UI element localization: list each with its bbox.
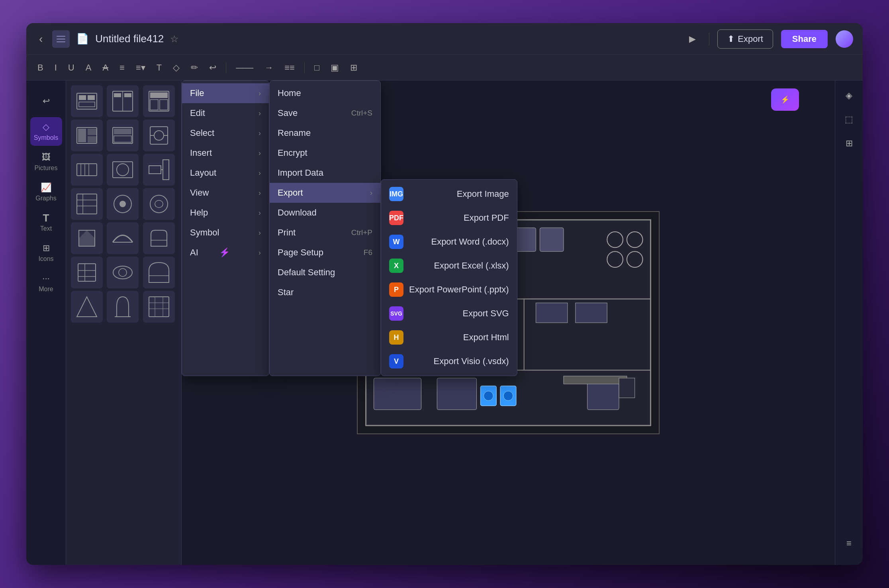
sidebar-item-undo[interactable]: ↩ bbox=[30, 87, 62, 116]
rect-shadow-button[interactable]: □ bbox=[311, 60, 323, 75]
submenu-item-save[interactable]: Save Ctrl+S bbox=[270, 103, 380, 123]
app-window: ‹ 📄 Untitled file412 ☆ ▶ ⬆ Export Share … bbox=[26, 23, 863, 565]
menu-item-symbol[interactable]: Symbol › bbox=[182, 223, 269, 243]
menu-item-select[interactable]: Select › bbox=[182, 123, 269, 143]
fill-tool-icon[interactable]: ◈ bbox=[840, 87, 858, 104]
fill-button[interactable]: ◇ bbox=[170, 60, 183, 75]
symbol-item[interactable] bbox=[71, 120, 103, 151]
align-dropdown-button[interactable]: ≡▾ bbox=[133, 60, 149, 75]
symbol-item[interactable] bbox=[107, 188, 139, 220]
svg-rect-32 bbox=[77, 194, 97, 214]
align-left-button[interactable]: ≡ bbox=[116, 60, 128, 75]
line-style-button[interactable]: —— bbox=[233, 60, 257, 75]
submenu-item-default-setting[interactable]: Default Setting bbox=[270, 263, 380, 282]
export-item-svg-label: Export SVG bbox=[463, 308, 509, 319]
symbol-item[interactable] bbox=[71, 291, 103, 323]
table-button[interactable]: ⊞ bbox=[347, 60, 360, 75]
submenu-item-import-data[interactable]: Import Data bbox=[270, 163, 380, 183]
hamburger-menu-button[interactable] bbox=[52, 30, 70, 48]
export-button[interactable]: ⬆ Export bbox=[717, 29, 773, 49]
arrow-style-button[interactable]: → bbox=[261, 60, 276, 75]
symbol-item[interactable] bbox=[71, 154, 103, 186]
symbol-item[interactable] bbox=[143, 154, 175, 186]
symbol-item[interactable] bbox=[143, 222, 175, 254]
connector-button[interactable]: ↩ bbox=[206, 60, 219, 75]
export-pdf-icon: PDF bbox=[389, 211, 403, 225]
submenu-item-encrypt[interactable]: Encrypt bbox=[270, 143, 380, 163]
export-item-excel[interactable]: X Export Excel (.xlsx) bbox=[381, 254, 517, 278]
text-tool-button[interactable]: T bbox=[153, 60, 165, 75]
menu-item-ai[interactable]: AI ⚡ › bbox=[182, 243, 269, 263]
bold-button[interactable]: B bbox=[34, 60, 47, 75]
symbol-item[interactable] bbox=[71, 222, 103, 254]
sidebar-item-text[interactable]: T Text bbox=[30, 208, 62, 237]
submenu-item-download[interactable]: Download bbox=[270, 203, 380, 223]
underline-button[interactable]: U bbox=[65, 60, 78, 75]
strikethrough-button[interactable]: A bbox=[99, 60, 112, 75]
left-sidebar: ↩ ◇ Symbols 🖼 Pictures 📈 Graphs T Text ⊞… bbox=[26, 80, 66, 565]
symbol-item[interactable] bbox=[71, 257, 103, 288]
submenu-item-home[interactable]: Home bbox=[270, 83, 380, 103]
submenu-item-star[interactable]: Star bbox=[270, 282, 380, 302]
sidebar-item-symbols[interactable]: ◇ Symbols bbox=[30, 117, 62, 146]
rect-border-button[interactable]: ▣ bbox=[327, 60, 342, 75]
menu-item-ai-arrow: › bbox=[258, 249, 261, 257]
export-item-pdf[interactable]: PDF Export PDF bbox=[381, 206, 517, 230]
italic-button[interactable]: I bbox=[51, 60, 60, 75]
menu-item-edit[interactable]: Edit › bbox=[182, 103, 269, 123]
symbol-item[interactable] bbox=[143, 120, 175, 151]
share-button[interactable]: Share bbox=[781, 30, 828, 48]
sidebar-item-pictures[interactable]: 🖼 Pictures bbox=[30, 147, 62, 176]
symbol-item[interactable] bbox=[107, 291, 139, 323]
menu-item-view[interactable]: View › bbox=[182, 183, 269, 203]
submenu-item-export[interactable]: Export › bbox=[270, 183, 380, 203]
svg-rect-23 bbox=[77, 164, 97, 176]
submenu-item-default-setting-label: Default Setting bbox=[278, 267, 335, 278]
symbol-item[interactable] bbox=[107, 85, 139, 117]
menu-item-file[interactable]: File › bbox=[182, 83, 269, 103]
favorite-star-icon[interactable]: ☆ bbox=[170, 33, 179, 45]
pen-tool-button[interactable]: ✏ bbox=[188, 60, 201, 75]
symbol-item[interactable] bbox=[107, 257, 139, 288]
export-item-image[interactable]: IMG Export Image bbox=[381, 182, 517, 206]
symbol-item[interactable] bbox=[107, 120, 139, 151]
sidebar-item-graphs[interactable]: 📈 Graphs bbox=[30, 178, 62, 206]
play-button[interactable]: ▶ bbox=[683, 30, 701, 48]
export-item-svg[interactable]: SVG Export SVG bbox=[381, 302, 517, 325]
line-width-button[interactable]: ≡≡ bbox=[281, 60, 298, 75]
grid-tool-icon[interactable]: ⊞ bbox=[840, 135, 858, 152]
menu-item-insert[interactable]: Insert › bbox=[182, 143, 269, 163]
menu-item-edit-arrow: › bbox=[258, 109, 261, 118]
back-button[interactable]: ‹ bbox=[36, 29, 46, 49]
export-item-ppt[interactable]: P Export PowerPoint (.pptx) bbox=[381, 278, 517, 302]
menu-item-layout[interactable]: Layout › bbox=[182, 163, 269, 183]
symbol-item[interactable] bbox=[71, 85, 103, 117]
symbol-item[interactable] bbox=[107, 222, 139, 254]
frame-tool-icon[interactable]: ⬚ bbox=[840, 111, 858, 128]
canvas-area[interactable]: ⚡ File › Edit › bbox=[182, 80, 835, 565]
menu-item-help[interactable]: Help › bbox=[182, 203, 269, 223]
sidebar-item-more[interactable]: ··· More bbox=[30, 269, 62, 297]
submenu-item-rename[interactable]: Rename bbox=[270, 123, 380, 143]
submenu-item-export-label: Export bbox=[278, 188, 303, 198]
svg-rect-14 bbox=[88, 129, 97, 135]
submenu-item-page-setup[interactable]: Page Setup F6 bbox=[270, 243, 380, 263]
submenu-item-print[interactable]: Print Ctrl+P bbox=[270, 223, 380, 243]
user-avatar[interactable] bbox=[836, 30, 853, 48]
symbol-item[interactable] bbox=[143, 257, 175, 288]
symbol-item[interactable] bbox=[107, 154, 139, 186]
export-visio-icon: V bbox=[389, 354, 403, 368]
undo-icon: ↩ bbox=[41, 96, 52, 107]
export-item-word[interactable]: W Export Word (.docx) bbox=[381, 230, 517, 254]
symbol-item[interactable] bbox=[143, 188, 175, 220]
symbol-panel bbox=[66, 80, 182, 565]
symbol-item[interactable] bbox=[143, 291, 175, 323]
settings-tool-icon[interactable]: ≡ bbox=[840, 535, 858, 552]
export-item-html[interactable]: H Export Html bbox=[381, 325, 517, 349]
symbol-item[interactable] bbox=[143, 85, 175, 117]
font-color-button[interactable]: A bbox=[82, 60, 95, 75]
export-item-visio[interactable]: V Export Visio (.vsdx) bbox=[381, 349, 517, 373]
symbol-item[interactable] bbox=[71, 188, 103, 220]
menu-item-help-arrow: › bbox=[258, 209, 261, 217]
sidebar-item-icons[interactable]: ⊞ Icons bbox=[30, 238, 62, 267]
